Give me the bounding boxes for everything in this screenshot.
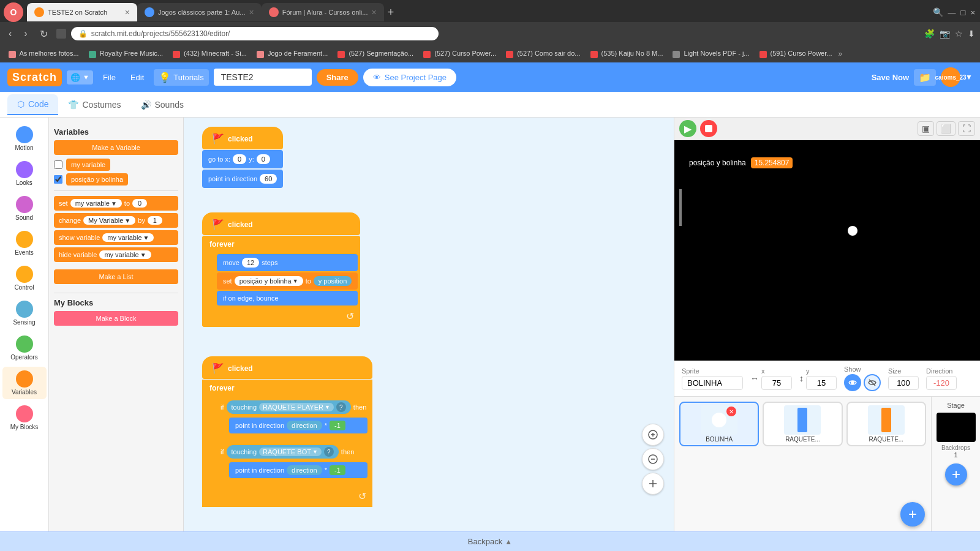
sidebar-item-operators[interactable]: Operators (2, 332, 47, 364)
hat-when-clicked-2[interactable]: 🚩 clicked (202, 212, 360, 235)
goto-block[interactable]: go to x: 0 y: 0 (202, 150, 283, 168)
backpack-bar[interactable]: Backpack ▲ (0, 531, 980, 551)
small-stage-button[interactable]: ▣ (918, 121, 934, 136)
direction-input[interactable]: 60 (260, 174, 277, 184)
opera-icon[interactable]: O (4, 2, 23, 22)
y-position-block[interactable]: y position (314, 276, 352, 286)
minimize-button[interactable]: — (948, 8, 956, 17)
refresh-button[interactable]: ↻ (36, 27, 51, 41)
hat-when-clicked-1[interactable]: 🚩 clicked (202, 127, 283, 149)
move-steps-input[interactable]: 12 (242, 258, 259, 268)
sidebar-item-variables[interactable]: Variables (2, 367, 47, 399)
palette-show-var-block[interactable]: show variable my variable ▼ (54, 230, 178, 245)
tab-close-jogos[interactable]: × (249, 7, 254, 17)
close-button[interactable]: × (970, 8, 975, 17)
sprite-item-raquete1[interactable]: RAQUETE... (763, 402, 842, 446)
url-bar[interactable]: 🔒 scratch.mit.edu/projects/555623130/edi… (71, 27, 439, 40)
posicao-var-dropdown[interactable]: posição y bolinha ▼ (235, 276, 303, 286)
palette-hide-var-block[interactable]: hide variable my variable ▼ (54, 247, 178, 262)
bookmark-lightnovel[interactable]: Light Novels PDF - j... (669, 48, 753, 59)
bookmark-power1[interactable]: (527) Curso Power... (420, 48, 500, 59)
sidebar-item-looks[interactable]: Looks (2, 157, 47, 190)
x-coord-input[interactable] (761, 376, 792, 390)
tab-costumes[interactable]: 👕 Costumes (58, 95, 130, 114)
set-var-dropdown[interactable]: my variable ▼ (70, 199, 122, 208)
see-project-button[interactable]: 👁 See Project Page (363, 69, 456, 86)
sidebar-item-events[interactable]: Events (2, 227, 47, 260)
tab-forum[interactable]: Fórum | Alura - Cursos onli... × (262, 3, 384, 21)
bookmark-seg[interactable]: (527) Segmentação... (334, 48, 417, 59)
bookmark-minecraft[interactable]: (432) Minecraft - Si... (169, 48, 251, 59)
bookmarks-more[interactable]: » (838, 50, 842, 58)
bookmark-kaiju[interactable]: (535) Kaiju No 8 M... (587, 48, 667, 59)
add-sprite-button[interactable] (900, 502, 925, 527)
green-flag-button[interactable]: ▶ (679, 120, 696, 137)
direction-oval-1[interactable]: direction (287, 421, 322, 430)
show-visible-button[interactable] (844, 374, 861, 391)
raquete-player-dropdown[interactable]: RAQUETE PLAYER ▼ (259, 403, 334, 411)
change-var-dropdown[interactable]: My Variable ▼ (83, 216, 135, 225)
direction-input-sprite[interactable] (926, 376, 957, 390)
make-block-button[interactable]: Make a Block (54, 311, 178, 326)
block-stack-2[interactable]: 🚩 clicked forever move 12 steps (202, 212, 360, 327)
size-input[interactable] (888, 376, 919, 390)
direction-oval-2[interactable]: direction (287, 465, 322, 475)
sprite-item-bolinha[interactable]: ✕ BOLINHA (679, 402, 759, 446)
share-button[interactable]: Share (317, 69, 358, 86)
maximize-button[interactable]: □ (961, 8, 966, 17)
set-posicao-block[interactable]: set posição y bolinha ▼ to y position (217, 272, 358, 290)
bookmark-power2[interactable]: (591) Curso Power... (756, 48, 836, 59)
make-list-button[interactable]: Make a List (54, 269, 178, 284)
tab-close-scratch[interactable]: × (125, 7, 130, 17)
goto-y-input[interactable]: 0 (257, 154, 270, 164)
download-icon[interactable]: ⬇ (968, 29, 975, 39)
forward-button[interactable]: › (20, 27, 31, 40)
sidebar-item-sensing[interactable]: Sensing (2, 297, 47, 329)
sprite-name-input[interactable] (682, 376, 743, 390)
if-on-edge-block[interactable]: if on edge, bounce (217, 291, 358, 305)
var-checkbox-myvar[interactable] (54, 160, 62, 169)
edit-menu[interactable]: Edit (126, 70, 149, 84)
sidebar-item-sound[interactable]: Sound (2, 192, 47, 225)
save-now-button[interactable]: Save Now (872, 73, 909, 82)
touching-raquete-bot[interactable]: touching RAQUETE BOT ▼ ? (227, 445, 339, 459)
raquete-bot-dropdown[interactable]: RAQUETE BOT ▼ (259, 448, 322, 456)
tab-sounds[interactable]: 🔊 Sounds (131, 95, 194, 114)
user-dropdown-arrow[interactable]: ▼ (965, 73, 973, 81)
move-block[interactable]: move 12 steps (217, 254, 358, 271)
search-button[interactable]: 🔍 (933, 7, 943, 17)
stop-button[interactable] (700, 120, 717, 137)
palette-set-block[interactable]: set my variable ▼ to 0 (54, 196, 178, 211)
point-direction-block[interactable]: point in direction 60 (202, 170, 283, 188)
normal-stage-button[interactable]: ⬜ (937, 121, 956, 136)
block-stack-1[interactable]: 🚩 clicked go to x: 0 y: 0 point in direc… (202, 127, 283, 188)
extensions-icon[interactable]: 🧩 (924, 29, 935, 39)
new-tab-button[interactable]: + (388, 6, 394, 19)
user-avatar[interactable]: caioms_23 (941, 67, 960, 87)
sidebar-item-control[interactable]: Control (2, 262, 47, 294)
stage-thumbnail[interactable] (937, 413, 976, 442)
block-stack-3[interactable]: 🚩 clicked forever if (202, 356, 372, 507)
code-area[interactable]: 🚩 clicked go to x: 0 y: 0 point in direc… (184, 118, 674, 531)
point-direction-bot-block[interactable]: point in direction direction * -1 (229, 462, 368, 478)
bookmark-music[interactable]: Royalty Free Music... (85, 48, 167, 59)
set-value-input[interactable]: 0 (132, 199, 147, 208)
fullscreen-button[interactable]: ⛶ (958, 121, 975, 136)
var-block-posicao[interactable]: posição y bolinha (66, 173, 128, 186)
show-var-dropdown[interactable]: my variable ▼ (102, 233, 154, 242)
project-name-input[interactable] (214, 69, 312, 86)
sprite-item-raquete2[interactable]: RAQUETE... (846, 402, 926, 446)
sidebar-item-myblocks[interactable]: My Blocks (2, 402, 47, 434)
bookmark-icon[interactable]: ☆ (955, 29, 963, 39)
forever-block-2[interactable]: forever move 12 steps set (202, 236, 360, 327)
tab-code[interactable]: ⬡ Code (7, 94, 58, 115)
language-selector[interactable]: 🌐 ▼ (67, 70, 93, 84)
bookmark-como[interactable]: (527) Como sair do... (502, 48, 584, 59)
tab-scratch[interactable]: TESTE2 on Scratch × (27, 3, 137, 21)
bookmark-photos[interactable]: As melhores fotos... (5, 48, 83, 59)
var-block-myvar[interactable]: my variable (66, 159, 110, 171)
hide-var-dropdown[interactable]: my variable ▼ (99, 250, 151, 259)
file-menu[interactable]: File (98, 70, 121, 84)
show-hidden-button[interactable] (864, 374, 881, 391)
var-checkbox-posicao[interactable] (54, 175, 62, 184)
